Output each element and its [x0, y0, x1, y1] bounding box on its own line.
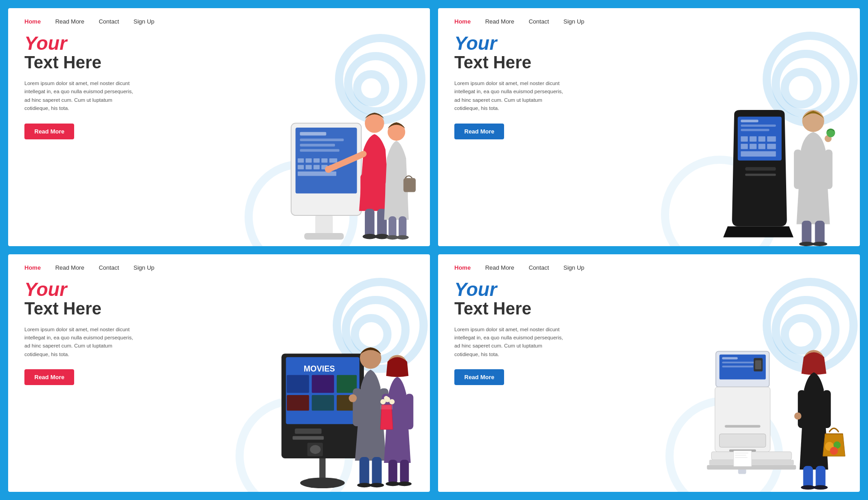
card-bottom-left: Home Read More Contact Sign Up Your Text…	[8, 254, 430, 492]
svg-rect-15	[313, 165, 320, 169]
svg-point-58	[812, 242, 827, 246]
svg-point-117	[794, 413, 802, 420]
svg-point-124	[830, 447, 838, 455]
svg-rect-113	[735, 457, 748, 458]
svg-point-25	[363, 233, 377, 239]
svg-point-50	[802, 110, 825, 132]
lorem-1: Lorem ipsum dolor sit amet, mel noster d…	[24, 79, 137, 113]
kiosk-svg-1	[240, 97, 430, 246]
nav-signup-4[interactable]: Sign Up	[563, 264, 584, 271]
svg-rect-20	[360, 173, 369, 209]
svg-rect-30	[388, 216, 396, 238]
nav-signup-1[interactable]: Sign Up	[133, 18, 154, 25]
card-body-4: Your Text Here Lorem ipsum dolor sit ame…	[438, 276, 860, 492]
svg-rect-116	[823, 390, 831, 428]
svg-rect-48	[745, 167, 776, 171]
illustration-2	[583, 29, 860, 246]
card-text-2: Your Text Here Lorem ipsum dolor sit ame…	[438, 29, 583, 246]
svg-point-77	[349, 394, 357, 402]
nav-contact-1[interactable]: Contact	[99, 18, 119, 25]
nav-readmore-3[interactable]: Read More	[55, 264, 84, 271]
svg-rect-78	[359, 457, 369, 486]
nav-contact-4[interactable]: Contact	[528, 264, 549, 271]
svg-rect-90	[388, 460, 397, 484]
heading-text-2: Text Here	[454, 54, 566, 71]
nav-signup-3[interactable]: Sign Up	[133, 264, 154, 271]
card-text-3: Your Text Here Lorem ipsum dolor sit ame…	[8, 276, 153, 492]
card-body-3: Your Text Here Lorem ipsum dolor sit ame…	[8, 276, 430, 492]
card-top-left: Home Read More Contact Sign Up Your Text…	[8, 8, 430, 246]
nav-contact-2[interactable]: Contact	[528, 18, 549, 25]
svg-rect-111	[735, 452, 749, 453]
svg-rect-42	[767, 136, 776, 142]
heading-your-3: Your	[24, 280, 137, 299]
nav-readmore-1[interactable]: Read More	[55, 18, 84, 25]
svg-rect-5	[300, 138, 344, 141]
heading-your-1: Your	[24, 34, 137, 53]
card-text-1: Your Text Here Lorem ipsum dolor sit ame…	[8, 29, 153, 246]
card-body-2: Your Text Here Lorem ipsum dolor sit ame…	[438, 29, 860, 246]
svg-rect-100	[722, 366, 753, 367]
svg-rect-23	[365, 209, 374, 237]
svg-rect-79	[372, 457, 382, 486]
svg-rect-56	[815, 220, 825, 244]
read-more-btn-4[interactable]: Read More	[454, 369, 504, 385]
svg-rect-46	[767, 143, 776, 149]
svg-rect-40	[750, 136, 757, 142]
heading-text-1: Text Here	[24, 54, 137, 71]
lorem-4: Lorem ipsum dolor sit amet, mel noster d…	[454, 325, 566, 359]
svg-rect-85	[380, 405, 393, 410]
nav-home-2[interactable]: Home	[454, 18, 471, 25]
heading-your-2: Your	[454, 34, 566, 53]
read-more-btn-3[interactable]: Read More	[24, 369, 74, 385]
nav-home-1[interactable]: Home	[24, 18, 41, 25]
nav-home-4[interactable]: Home	[454, 264, 471, 271]
svg-point-88	[389, 399, 395, 405]
svg-point-57	[799, 242, 814, 246]
svg-rect-36	[741, 119, 759, 122]
svg-rect-65	[312, 375, 334, 393]
svg-point-120	[801, 485, 816, 490]
svg-point-121	[813, 485, 828, 490]
svg-rect-18	[298, 171, 336, 176]
svg-rect-10	[313, 158, 320, 162]
svg-rect-84	[406, 394, 414, 429]
svg-rect-31	[399, 216, 406, 238]
read-more-btn-1[interactable]: Read More	[24, 124, 74, 139]
card-top-right: Home Read More Contact Sign Up Your Text…	[438, 8, 860, 246]
svg-rect-8	[298, 158, 304, 162]
svg-rect-64	[287, 375, 309, 393]
svg-rect-52	[825, 149, 832, 189]
illustration-1	[153, 29, 430, 246]
svg-rect-41	[758, 136, 765, 142]
svg-rect-7	[300, 149, 339, 152]
svg-point-80	[357, 483, 372, 487]
lorem-3: Lorem ipsum dolor sit amet, mel noster d…	[24, 325, 137, 359]
svg-rect-119	[816, 466, 826, 488]
nav-bottom-left: Home Read More Contact Sign Up	[8, 254, 430, 276]
svg-rect-112	[735, 455, 746, 456]
svg-rect-75	[353, 388, 362, 426]
svg-point-60	[300, 477, 345, 488]
heading-text-3: Text Here	[24, 300, 137, 317]
svg-rect-13	[298, 165, 304, 169]
svg-point-81	[370, 483, 384, 487]
nav-signup-2[interactable]: Sign Up	[563, 18, 584, 25]
nav-bottom-right: Home Read More Contact Sign Up	[438, 254, 860, 276]
kiosk-svg-2	[670, 97, 860, 246]
read-more-btn-2[interactable]: Read More	[454, 124, 504, 139]
svg-point-93	[397, 481, 412, 486]
svg-rect-71	[292, 436, 324, 440]
kiosk-svg-3: MOVIES	[231, 336, 430, 492]
nav-readmore-4[interactable]: Read More	[485, 264, 514, 271]
svg-rect-51	[794, 149, 802, 189]
illustration-3: MOVIES	[153, 276, 430, 492]
nav-contact-3[interactable]: Contact	[99, 264, 119, 271]
nav-home-3[interactable]: Home	[24, 264, 41, 271]
svg-text:MOVIES: MOVIES	[304, 364, 335, 373]
nav-readmore-2[interactable]: Read More	[485, 18, 514, 25]
svg-rect-47	[741, 151, 776, 157]
svg-point-33	[396, 235, 409, 239]
svg-rect-11	[321, 158, 328, 162]
illustration-4	[583, 276, 860, 492]
